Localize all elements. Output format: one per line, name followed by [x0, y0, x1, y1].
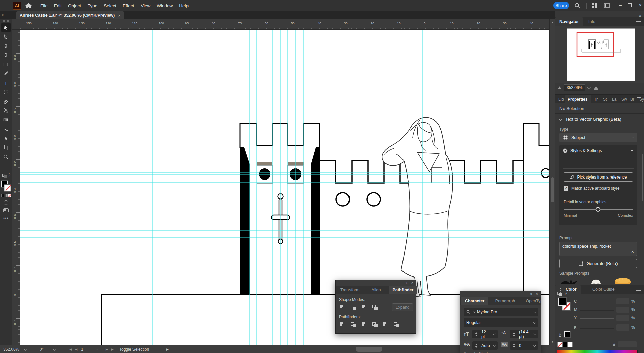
document-tab[interactable]: Annies Castle 1.ai* @ 352.06 % (CMYK/Pre… [16, 11, 124, 19]
white-swatch[interactable] [568, 342, 573, 347]
menu-select[interactable]: Select [104, 3, 116, 8]
shape-mode-1-button[interactable] [338, 303, 347, 311]
dock-tab-la[interactable]: La [610, 95, 619, 103]
styles-collapse-icon[interactable] [630, 150, 634, 152]
pick-styles-button[interactable]: Pick styles from a reference [564, 172, 633, 182]
channel-slider[interactable] [580, 328, 614, 329]
tab-info[interactable]: Info [584, 17, 599, 26]
pathfinder-2-button[interactable] [349, 321, 358, 329]
tool-zoom[interactable] [1, 152, 11, 161]
color-type-toggle[interactable] [0, 194, 12, 197]
panel-menu-icon[interactable] [636, 20, 641, 23]
collapse-panel-icon[interactable]: « [530, 292, 532, 296]
zoom-level-field[interactable]: 352.06% [3, 345, 26, 353]
window-maximize-button[interactable] [628, 3, 632, 7]
window-close-button[interactable]: × [637, 2, 644, 9]
zoom-dropdown-icon[interactable] [587, 86, 591, 89]
black-swatch[interactable] [562, 342, 568, 347]
tab-overflow-chevrons[interactable]: » [2, 13, 4, 17]
collapse-panel-icon[interactable]: « [405, 281, 407, 285]
shape-mode-2-button[interactable] [349, 303, 358, 311]
menu-effect[interactable]: Effect [123, 3, 134, 8]
edit-toolbar-ellipsis[interactable]: ••• [0, 216, 12, 221]
tool-rectangle[interactable] [1, 60, 11, 69]
styles-settings-header[interactable]: Styles & Settings [563, 148, 634, 153]
zoom-in-icon[interactable] [594, 86, 598, 90]
fill-stroke-indicator[interactable] [1, 181, 11, 192]
menu-object[interactable]: Object [68, 3, 81, 8]
shape-mode-3-button[interactable] [360, 303, 369, 311]
search-icon[interactable] [574, 3, 580, 9]
pathfinder-5-button[interactable] [381, 321, 390, 329]
channel-slider[interactable] [580, 310, 614, 311]
arrange-documents-icon[interactable] [592, 3, 598, 8]
shape-mode-4-button[interactable] [371, 303, 379, 311]
type-dropdown-icon[interactable] [631, 135, 635, 139]
tracking-field[interactable]: 0 [510, 341, 538, 350]
ruler-corner[interactable] [12, 19, 20, 30]
share-button[interactable]: Share [553, 2, 569, 9]
scroll-down-icon[interactable]: ▼ [550, 340, 555, 344]
toolbar-grip[interactable] [3, 20, 9, 22]
pathfinder-tab-align[interactable]: Align [368, 286, 385, 294]
leading-field[interactable]: (14.4 pt) [510, 330, 538, 338]
tool-eraser[interactable] [1, 97, 11, 106]
dock-tab-br[interactable]: Br [628, 95, 637, 103]
color-spectrum-bar[interactable] [557, 350, 638, 353]
slider-knob[interactable] [596, 207, 600, 212]
navigator-zoom-field[interactable]: 352.06% [564, 84, 585, 91]
pathfinder-tab-pathfinder[interactable]: Pathfinder [389, 286, 418, 294]
kerning-field[interactable]: Auto [472, 341, 498, 350]
tool-gradient[interactable] [1, 115, 11, 124]
properties-scrollbar[interactable] [642, 154, 643, 201]
pathfinder-4-button[interactable] [371, 321, 379, 329]
channel-slider[interactable] [580, 302, 614, 302]
pathfinder-tab-transform[interactable]: Transform [336, 286, 364, 294]
tool-pen[interactable] [1, 42, 11, 50]
document-tab-close-icon[interactable]: × [118, 13, 121, 18]
window-minimize-button[interactable]: – [616, 2, 624, 9]
font-style-field[interactable]: Regular [464, 318, 538, 327]
pathfinder-3-button[interactable] [360, 321, 369, 329]
expand-button[interactable]: Expand [392, 303, 413, 311]
pathfinder-6-button[interactable] [392, 321, 401, 329]
rotation-field[interactable]: 0° [40, 345, 55, 353]
draw-mode-icon[interactable]: ⤸ [2, 173, 10, 179]
dock-tab-sw[interactable]: Sw [619, 95, 628, 103]
channel-slider[interactable] [580, 318, 614, 319]
character-tab-paragraph[interactable]: Paragraph [491, 297, 519, 305]
tool-artboard[interactable] [1, 143, 11, 152]
prompt-input[interactable]: colorful space ship, rocket × [559, 242, 637, 256]
color-menu-icon[interactable] [636, 288, 641, 291]
artboard-navigation[interactable]: |◀◀ 1 ▶▶| [69, 345, 114, 353]
screen-mode-icon[interactable] [3, 208, 9, 212]
none-button[interactable] [8, 194, 11, 197]
dock-tab-st[interactable]: St [601, 95, 609, 103]
tab-color-guide[interactable]: Color Guide [588, 285, 619, 294]
dock-tab-properties[interactable]: Properties [565, 95, 591, 103]
channel-value-input[interactable] [616, 315, 629, 321]
vertical-ruler[interactable]: 90807060504030201001020 [12, 30, 20, 345]
vertical-scroll-thumb[interactable] [551, 177, 554, 202]
tool-selection[interactable] [1, 23, 11, 32]
color-fill-swatch[interactable] [558, 298, 566, 306]
generate-button[interactable]: Generate (Beta) [559, 259, 637, 268]
menu-help[interactable]: Help [179, 3, 189, 8]
character-tab-character[interactable]: Character [461, 297, 488, 305]
properties-menu-icon[interactable] [637, 97, 641, 100]
close-panel-icon[interactable]: × [411, 281, 413, 285]
menu-window[interactable]: Window [157, 3, 173, 8]
character-tab-opentype[interactable]: OpenType [522, 297, 541, 305]
home-icon[interactable] [25, 2, 32, 9]
clear-prompt-icon[interactable]: × [631, 249, 634, 254]
pathfinder-1-button[interactable] [338, 321, 347, 329]
tool-paintbrush[interactable] [1, 69, 11, 78]
color-button[interactable] [1, 194, 4, 197]
dock-tab-lib[interactable]: Lib [556, 95, 565, 103]
tool-curvature[interactable] [1, 51, 11, 60]
mini-fill-stroke-icon[interactable] [557, 292, 563, 296]
tab-navigator[interactable]: Navigator [555, 17, 583, 26]
channel-value-input[interactable] [616, 298, 629, 304]
hex-input[interactable] [618, 341, 637, 347]
menu-view[interactable]: View [141, 3, 150, 8]
